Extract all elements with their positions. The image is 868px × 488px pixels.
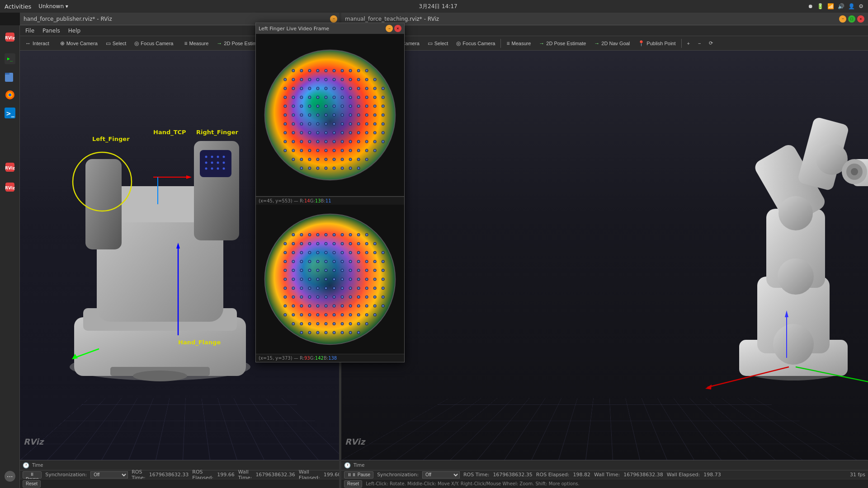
svg-text:RViz: RViz [5,36,14,40]
left-tool-measure[interactable]: ≡ Measure [180,38,212,49]
right-tool-publish-point[interactable]: 📍 Publish Point [634,38,679,49]
right-reset-btn[interactable]: Reset [344,480,362,488]
dock-icon-vscode[interactable]: >_ [2,105,18,121]
left-ros-time-value: 1679638632.33 [149,472,189,478]
video-top-status: (x=45, y=553) — R: 14 G: 13 B: 11 [256,197,404,205]
right-measure-icon: ≡ [506,40,509,47]
focus-camera-icon: ◎ [134,40,139,47]
pixel-g-top: 13 [315,198,321,203]
svg-line-42 [74,349,99,358]
right-tool-focus-camera[interactable]: ◎ Focus Camera [453,38,499,49]
svg-point-39 [223,168,225,170]
left-app-title: hand_force_publisher.rviz* - RViz [24,16,112,22]
tray-icon-settings[interactable]: ⚙ [859,3,863,9]
tray-icon-battery: 🔋 [817,3,824,9]
svg-rect-52 [739,340,848,376]
tray-icon-network: 📶 [827,3,834,9]
left-sync-select[interactable]: Off Approximate Exact [90,471,128,479]
tray-icon-record[interactable]: ⏺ [808,3,813,9]
right-minimize-btn[interactable]: － [839,15,846,23]
activities-button[interactable]: Activities [5,3,31,10]
video-bottom-status: (x=15, y=373) — R: 93 G: 142 B: 138 [256,354,404,362]
right-maximize-btn[interactable]: □ [848,15,855,23]
video-top-frame[interactable] [256,34,404,197]
select-icon: ▭ [106,40,111,47]
right-rviz-logo: RViz [345,437,365,446]
dock-icon-rviz1[interactable]: RViz [2,29,18,45]
svg-point-62 [842,159,867,184]
right-statusbar: ⏸⏸ Pause Synchronization: Off Approximat… [341,470,868,479]
dock-icon-apps[interactable]: ⋯ [2,468,18,484]
left-tool-focus-camera[interactable]: ◎ Focus Camera [131,38,177,49]
svg-rect-24 [85,159,122,249]
svg-point-64 [851,168,858,175]
right-wall-time-value: 1679638632.38 [623,472,663,478]
svg-point-36 [205,168,208,170]
svg-point-51 [739,353,848,380]
right-plus-icon: + [687,41,690,46]
svg-rect-26 [194,141,239,240]
svg-rect-20 [110,367,210,376]
left-infobar: Reset [20,479,359,488]
move-camera-icon: ⊕ [60,40,65,47]
svg-point-54 [773,324,814,365]
video-titlebar[interactable]: Left Finger Live Video Frame － × [256,23,404,34]
left-menu-help[interactable]: Help [65,27,84,35]
right-infobar: Reset Left-Click: Rotate. Middle-Click: … [341,479,868,488]
right-tool-extra3[interactable]: ⟳ [705,38,717,49]
pixel-b-top: 11 [326,198,331,203]
svg-marker-45 [186,175,192,179]
dock-icon-terminal[interactable]: ▶_ [2,51,18,67]
svg-point-21 [133,371,187,381]
tray-icon-user: 👤 [848,3,855,9]
svg-text:Left_Finger: Left_Finger [92,136,130,143]
right-pause-btn[interactable]: ⏸⏸ Pause [344,471,373,479]
unknown-menu[interactable]: Unknown ▾ [38,3,68,9]
video-window[interactable]: Left Finger Live Video Frame － × (x=45, … [255,23,405,362]
right-tool-pose-estimate[interactable]: → 2D Pose Estimate [535,38,590,49]
right-pause-icon: ⏸⏸ [347,472,356,477]
dock-icon-firefox[interactable] [2,87,18,103]
right-titlebar-controls[interactable]: － □ × [839,15,864,23]
left-tool-interact[interactable]: ↔ Interact [22,38,53,49]
dock-icon-rviz2[interactable]: RViz [2,159,18,175]
left-menu-file[interactable]: File [22,27,38,35]
right-wall-elapsed-value: 198.73 [703,472,721,478]
left-tool-select[interactable]: ▭ Select [102,38,130,49]
right-ros-time-label: ROS Time: [463,472,489,478]
svg-point-58 [778,196,813,230]
video-controls[interactable]: － × [386,25,401,32]
right-tool-extra2[interactable]: − [694,38,704,49]
right-tool-extra1[interactable]: + [684,38,693,49]
svg-rect-61 [852,159,868,186]
svg-point-32 [205,162,208,164]
right-tool-nav-goal[interactable]: → 2D Nav Goal [590,38,633,49]
video-bottom-frame[interactable] [256,205,404,354]
right-fps: 31 fps [850,472,865,478]
svg-point-63 [846,164,863,180]
right-wall-elapsed-label: Wall Elapsed: [667,472,700,478]
svg-text:Hand_TCP: Hand_TCP [153,129,186,136]
left-reset-btn[interactable]: Reset [23,480,41,488]
dock-icon-files[interactable] [2,69,18,85]
right-app-titlebar: manual_force_teaching.rviz* - RViz － □ × [341,13,868,25]
pause-icon: ⏸ [30,472,34,477]
right-3d-viewport[interactable]: RViz [341,51,868,460]
right-close-btn[interactable]: × [857,15,864,23]
right-tool-select[interactable]: ▭ Select [424,38,452,49]
svg-point-38 [217,168,219,170]
left-minimize-btn[interactable]: － [330,15,337,23]
left-pause-btn[interactable]: ⏸ Pause [23,471,42,479]
svg-marker-43 [72,354,78,359]
system-datetime: 3月24日 14:17 [419,3,457,10]
left-menu-panels[interactable]: Panels [39,27,64,35]
left-tool-move-camera[interactable]: ⊕ Move Camera [57,38,101,49]
dock-icon-rviz3[interactable]: RViz [2,179,18,195]
right-tool-measure[interactable]: ≡ Measure [503,38,534,49]
right-menubar: File Panels Help [341,25,868,36]
left-clock-icon: 🕐 [23,462,29,469]
video-close-btn[interactable]: × [394,25,401,32]
video-minimize-btn[interactable]: － [386,25,393,32]
svg-point-25 [73,152,132,211]
right-sync-select[interactable]: Off Approximate Exact [422,471,460,479]
